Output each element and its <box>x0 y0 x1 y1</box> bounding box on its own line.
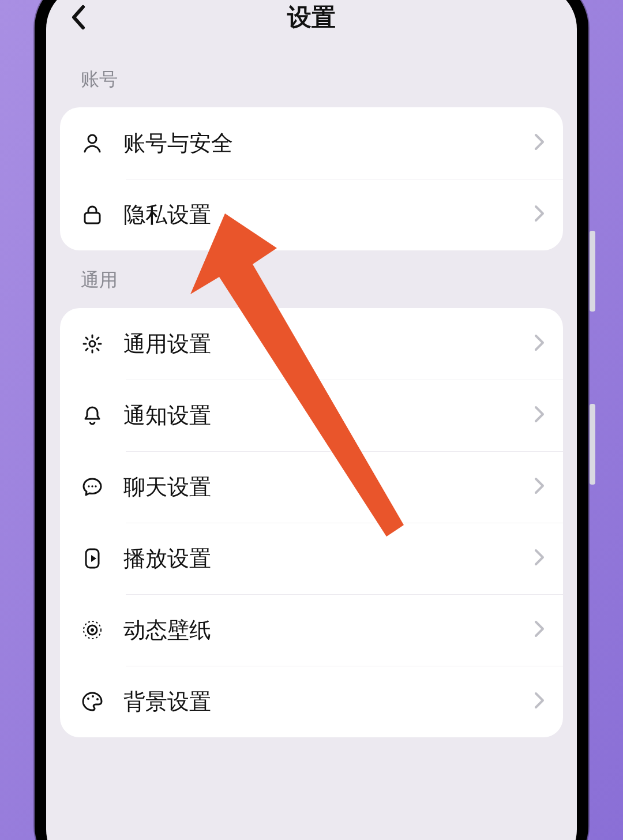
row-label: 播放设置 <box>123 544 534 573</box>
row-account-security[interactable]: 账号与安全 <box>60 107 563 179</box>
device-icon <box>81 547 104 570</box>
row-playback-settings[interactable]: 播放设置 <box>60 523 563 594</box>
chevron-right-icon <box>534 549 545 568</box>
chevron-right-icon <box>534 477 545 497</box>
svg-point-2 <box>89 341 95 347</box>
row-label: 账号与安全 <box>123 129 534 158</box>
person-icon <box>81 132 104 155</box>
svg-point-0 <box>88 135 96 143</box>
svg-point-12 <box>92 695 94 697</box>
svg-rect-1 <box>85 213 100 223</box>
section-label-account: 账号 <box>46 50 577 107</box>
row-label: 动态壁纸 <box>123 616 534 645</box>
lock-icon <box>81 203 104 226</box>
svg-point-11 <box>87 697 89 700</box>
section-label-general: 通用 <box>46 250 577 308</box>
row-dynamic-wallpaper[interactable]: 动态壁纸 <box>60 594 563 666</box>
row-background-settings[interactable]: 背景设置 <box>60 666 563 737</box>
svg-point-13 <box>96 698 99 700</box>
gear-icon <box>81 332 104 355</box>
chevron-right-icon <box>534 133 545 153</box>
target-icon <box>81 618 104 642</box>
phone-side-button <box>590 404 595 485</box>
row-label: 通知设置 <box>123 401 534 430</box>
chevron-right-icon <box>534 334 545 354</box>
chevron-left-icon <box>70 5 87 30</box>
wallpaper: 设置 账号 账号与安全 隐私设置 <box>0 0 623 840</box>
palette-icon <box>81 690 104 713</box>
screen: 设置 账号 账号与安全 隐私设置 <box>46 0 577 840</box>
row-label: 背景设置 <box>123 687 534 717</box>
section-card-account: 账号与安全 隐私设置 <box>60 107 563 250</box>
row-general-settings[interactable]: 通用设置 <box>60 308 563 380</box>
page-title: 设置 <box>287 1 336 33</box>
row-label: 隐私设置 <box>123 200 534 230</box>
chevron-right-icon <box>534 620 545 640</box>
chevron-right-icon <box>534 406 545 425</box>
row-notification-settings[interactable]: 通知设置 <box>60 380 563 451</box>
chat-icon <box>81 475 104 498</box>
chevron-right-icon <box>534 205 545 224</box>
section-card-general: 通用设置 通知设置 聊天设置 <box>60 308 563 737</box>
bell-icon <box>81 404 104 427</box>
row-chat-settings[interactable]: 聊天设置 <box>60 451 563 523</box>
svg-point-3 <box>88 485 89 487</box>
svg-point-10 <box>91 628 94 632</box>
row-label: 聊天设置 <box>123 472 534 502</box>
chevron-right-icon <box>534 692 545 711</box>
phone-side-button <box>590 231 595 312</box>
row-label: 通用设置 <box>123 329 534 359</box>
svg-point-4 <box>91 485 93 487</box>
svg-marker-7 <box>91 555 96 562</box>
row-privacy-settings[interactable]: 隐私设置 <box>60 179 563 250</box>
header: 设置 <box>46 0 577 50</box>
svg-point-5 <box>95 485 96 487</box>
back-button[interactable] <box>66 5 91 30</box>
